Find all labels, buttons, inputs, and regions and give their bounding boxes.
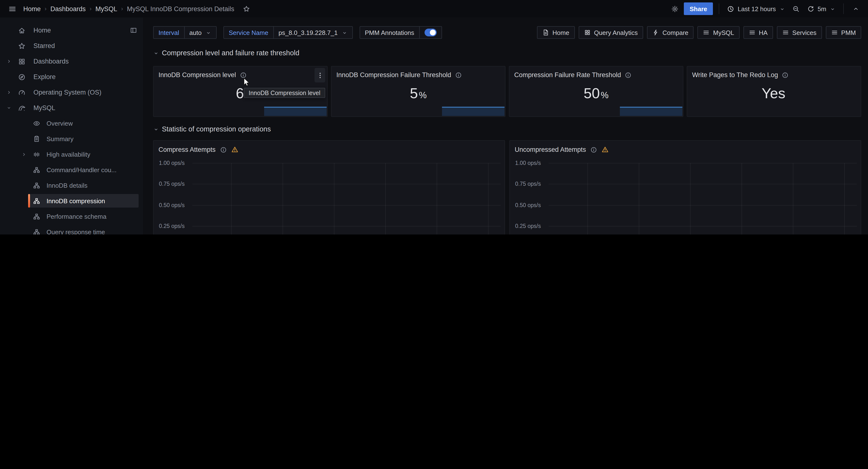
- nav-button-home[interactable]: Home: [537, 26, 575, 39]
- sidebar-item-operating-system-os[interactable]: Operating System (OS): [0, 84, 143, 100]
- sidebar-item-high-availability[interactable]: High availability: [0, 146, 143, 162]
- y-axis-tick-label: 1.00 ops/s: [159, 160, 185, 166]
- nav-button-compare[interactable]: Compare: [647, 26, 694, 39]
- sidebar-item-innodb-details[interactable]: InnoDB details: [0, 177, 143, 193]
- hover-tooltip: InnoDB Compression level: [244, 88, 325, 98]
- info-icon[interactable]: [625, 70, 632, 79]
- list-icon: [831, 29, 838, 36]
- breadcrumb-item-home[interactable]: Home: [23, 5, 41, 12]
- menu-icon[interactable]: [6, 2, 19, 15]
- expand-chevron[interactable]: [20, 152, 29, 157]
- list-icon: [782, 29, 789, 36]
- dock-icon[interactable]: [130, 26, 137, 34]
- section-compression-level[interactable]: Compression level and failure rate thres…: [153, 48, 861, 58]
- clipboard-icon: [33, 136, 40, 143]
- panel-title[interactable]: Write Pages to The Redo Log: [692, 71, 778, 78]
- time-range-picker[interactable]: Last 12 hours: [725, 2, 787, 15]
- sidebar-item-label: Explore: [33, 73, 56, 80]
- nav-button-mysql[interactable]: MySQL: [698, 26, 740, 39]
- interval-variable: Interval auto: [153, 26, 217, 39]
- nav-button-query-analytics[interactable]: Query Analytics: [579, 26, 643, 39]
- service-name-value: ps_8.0_3.19.228.7_1: [278, 29, 338, 36]
- zoom-out-icon[interactable]: [790, 2, 803, 15]
- refresh-interval-label: 5m: [817, 5, 826, 12]
- gridline-horizontal: [192, 205, 501, 205]
- interval-value: auto: [189, 29, 202, 36]
- chevdown-icon: [779, 6, 785, 12]
- sidebar-item-home[interactable]: Home: [0, 22, 143, 38]
- sidebar-item-innodb-compression[interactable]: InnoDB compression: [0, 193, 143, 209]
- clipboard-icon: [33, 134, 40, 143]
- section-statistic-compression-operations[interactable]: Statistic of compression operations: [153, 124, 861, 134]
- interval-select[interactable]: auto: [184, 26, 217, 39]
- chevron-down-icon: [830, 5, 836, 12]
- info-icon[interactable]: [455, 70, 462, 79]
- gridline-vertical: [844, 163, 844, 235]
- gridline-horizontal: [192, 163, 501, 164]
- pmm-annotations-toggle[interactable]: [420, 26, 442, 39]
- collapse-topbar-chevron-up-icon[interactable]: [849, 2, 862, 15]
- star-icon: [243, 5, 250, 12]
- panel-title[interactable]: InnoDB Compression Failure Threshold: [336, 71, 451, 78]
- eye-icon: [33, 119, 40, 127]
- sidebar-item-label: Summary: [46, 135, 73, 142]
- sidebar-item-label: Starred: [33, 42, 55, 49]
- sidebar-item-label: Home: [33, 26, 51, 34]
- refresh-picker[interactable]: 5m: [805, 2, 837, 15]
- sidebar-item-query-response-time[interactable]: Query response time: [0, 224, 143, 235]
- sidebar-item-command-handler-cou[interactable]: Command/Handler cou...: [0, 162, 143, 177]
- dashboard-content: Interval auto Service Name ps_8.0_3.19.2…: [143, 18, 868, 235]
- panel-menu-kebab-icon[interactable]: [314, 68, 325, 83]
- sidebar-item-dashboards[interactable]: Dashboards: [0, 53, 143, 69]
- clock-icon: [727, 5, 734, 12]
- chevron-down-icon: [206, 29, 211, 36]
- expand-chevron[interactable]: [4, 89, 13, 95]
- toggle-switch[interactable]: [424, 29, 436, 36]
- dock-icon: [130, 27, 137, 34]
- sidebar-item-summary[interactable]: Summary: [0, 131, 143, 146]
- panel-title[interactable]: Compression Failure Rate Threshold: [514, 71, 621, 78]
- panel-title[interactable]: InnoDB Compression level: [158, 71, 236, 78]
- gridline-horizontal: [192, 184, 501, 184]
- nav-button-label: Home: [553, 29, 569, 36]
- star-icon: [18, 42, 26, 50]
- breadcrumb-item-mysql[interactable]: MySQL: [95, 5, 117, 12]
- service-name-select[interactable]: ps_8.0_3.19.228.7_1: [274, 26, 352, 39]
- expand-chevron[interactable]: [4, 58, 13, 64]
- expand-chevron[interactable]: [4, 105, 13, 110]
- star-dashboard-icon[interactable]: [240, 2, 253, 15]
- eye-icon: [33, 120, 40, 127]
- info-icon[interactable]: [782, 70, 789, 79]
- gridline-vertical: [741, 163, 742, 235]
- gridline-vertical: [793, 163, 793, 235]
- refresh-icon: [807, 5, 814, 12]
- home-icon: [18, 26, 26, 34]
- stat-value: 50%: [509, 86, 683, 100]
- nav-button-pmm[interactable]: PMM: [826, 26, 861, 39]
- gauge-icon: [18, 89, 26, 96]
- dashboard-nav-buttons: HomeQuery AnalyticsCompareMySQLHAService…: [537, 26, 861, 39]
- home-icon: [18, 27, 26, 34]
- share-button[interactable]: Share: [684, 2, 713, 15]
- y-axis-tick-label: 0.75 ops/s: [159, 181, 185, 187]
- gridline-vertical: [639, 163, 639, 235]
- sidebar-item-performance-schema[interactable]: Performance schema: [0, 209, 143, 224]
- sidebar-item-overview[interactable]: Overview: [0, 115, 143, 131]
- y-axis-tick-label: 0.50 ops/s: [515, 202, 541, 208]
- sidebar-item-starred[interactable]: Starred: [0, 38, 143, 53]
- stat-sparkline: [620, 107, 682, 116]
- top-navigation-bar: Home›Dashboards›MySQL›MySQL InnoDB Compr…: [0, 0, 868, 18]
- nav-button-services[interactable]: Services: [777, 26, 822, 39]
- breadcrumb-item-dashboards[interactable]: Dashboards: [51, 5, 86, 12]
- sidebar-item-label: Query response time: [46, 228, 105, 235]
- gauge-icon: [18, 88, 26, 96]
- breadcrumb-item-mysql-innodb-compression-details: MySQL InnoDB Compression Details: [127, 5, 234, 12]
- panel-compress-attempts: Compress Attempts 1.00 ops/s0.75 ops/s0.…: [153, 140, 505, 235]
- service-name-label: Service Name: [223, 26, 274, 39]
- nav-button-ha[interactable]: HA: [743, 26, 773, 39]
- sidebar-item-mysql[interactable]: MySQL: [0, 100, 143, 115]
- dashboard-settings-gear-icon[interactable]: [668, 2, 681, 15]
- chevdown-icon: [153, 126, 159, 133]
- sidebar-item-explore[interactable]: Explore: [0, 69, 143, 84]
- equalizer-icon: [33, 151, 40, 158]
